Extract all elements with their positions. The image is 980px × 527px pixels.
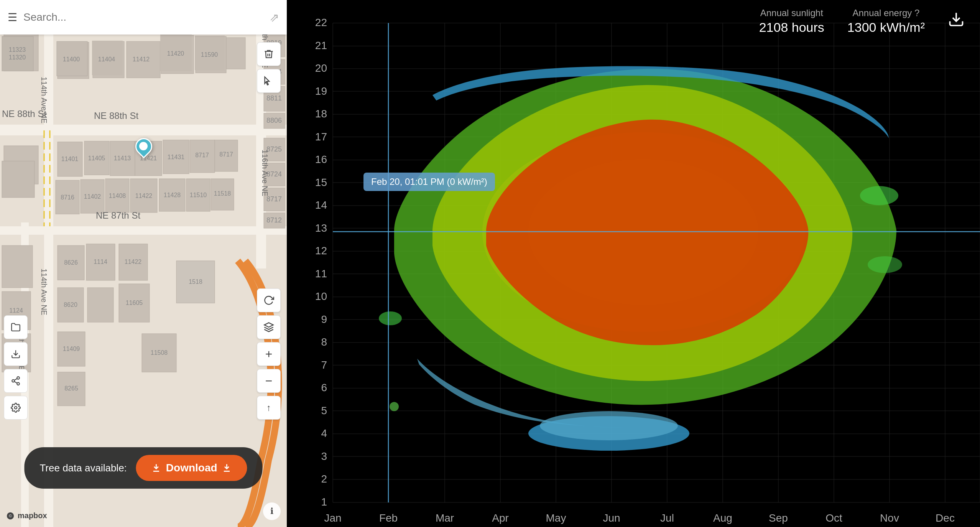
annual-energy-stat: Annual energy ? 1300 kWh/m² (847, 8, 925, 35)
svg-text:Apr: Apr (492, 512, 509, 524)
svg-text:8716: 8716 (61, 194, 74, 201)
svg-line-116 (14, 379, 17, 380)
svg-rect-2 (0, 226, 287, 235)
annual-energy-value: 1300 kWh/m² (847, 20, 925, 35)
share-button[interactable] (4, 369, 28, 393)
svg-text:11590: 11590 (201, 51, 218, 58)
svg-rect-1 (0, 125, 287, 135)
folder-button[interactable] (4, 315, 28, 339)
svg-text:12: 12 (315, 245, 327, 257)
svg-point-200 (390, 402, 399, 411)
mapbox-attribution: © mapbox (6, 511, 47, 520)
mapbox-logo: mapbox (18, 511, 47, 520)
svg-rect-18 (226, 38, 245, 69)
svg-text:11413: 11413 (114, 155, 131, 161)
svg-point-112 (17, 377, 20, 379)
svg-text:11510: 11510 (190, 192, 207, 198)
svg-text:5: 5 (321, 405, 327, 417)
annual-sunlight-label: Annual sunlight (759, 8, 824, 18)
svg-text:11409: 11409 (63, 346, 80, 352)
search-input[interactable] (23, 7, 263, 28)
svg-text:8811: 8811 (266, 94, 282, 102)
svg-text:1124: 1124 (9, 307, 23, 314)
svg-text:16: 16 (315, 153, 327, 165)
svg-text:May: May (546, 512, 566, 524)
svg-text:2: 2 (321, 473, 327, 485)
svg-text:1518: 1518 (189, 278, 202, 285)
svg-text:19: 19 (315, 85, 327, 97)
svg-text:11323: 11323 (9, 46, 26, 53)
svg-text:3: 3 (321, 450, 327, 462)
svg-text:11412: 11412 (133, 56, 150, 63)
svg-text:NE 87th St: NE 87th St (96, 210, 140, 221)
svg-text:Jul: Jul (660, 512, 674, 524)
compass-button[interactable]: ↑ (257, 396, 281, 420)
map-controls-top-right (257, 42, 281, 93)
svg-text:1114: 1114 (94, 259, 107, 265)
svg-marker-110 (264, 323, 273, 327)
svg-text:8806: 8806 (266, 117, 282, 124)
map-panel: 11323 11320 11400 11404 11412 11420 1159… (0, 0, 287, 527)
svg-text:17: 17 (315, 131, 327, 143)
svg-text:11400: 11400 (63, 56, 80, 63)
svg-text:8712: 8712 (266, 216, 282, 224)
settings-button[interactable] (4, 396, 28, 420)
annual-energy-label: Annual energy ? (847, 8, 925, 18)
svg-text:Oct: Oct (825, 512, 842, 524)
rotate-button[interactable] (257, 288, 281, 312)
svg-text:14: 14 (315, 199, 327, 211)
svg-point-199 (868, 256, 902, 273)
svg-text:11402: 11402 (84, 193, 101, 200)
trash-button[interactable] (257, 42, 281, 66)
zoom-in-button[interactable]: + (257, 342, 281, 366)
svg-text:11: 11 (315, 268, 327, 280)
chart-panel: Annual sunlight 2108 hours Annual energy… (287, 0, 980, 527)
svg-point-114 (17, 382, 20, 385)
download-bar: Tree data available: Download (24, 447, 262, 489)
svg-marker-109 (265, 77, 270, 85)
svg-text:Feb: Feb (379, 512, 398, 524)
download-button[interactable]: Download (136, 455, 247, 481)
select-tool-button[interactable] (257, 69, 281, 93)
svg-text:22: 22 (315, 16, 327, 28)
tree-data-text: Tree data available: (39, 462, 127, 474)
info-button[interactable]: ℹ (263, 502, 281, 520)
svg-text:NE 88th St: NE 88th St (94, 110, 138, 121)
svg-text:Mar: Mar (436, 512, 454, 524)
svg-rect-50 (2, 161, 35, 198)
svg-point-113 (12, 380, 15, 382)
annual-sunlight-stat: Annual sunlight 2108 hours (759, 8, 824, 35)
chart-download-button[interactable] (948, 11, 965, 31)
svg-rect-8 (2, 36, 33, 71)
svg-text:21: 21 (315, 40, 327, 51)
svg-text:Jun: Jun (603, 512, 620, 524)
navigation-icon[interactable]: ⇗ (270, 11, 279, 24)
svg-text:8717: 8717 (219, 151, 233, 158)
svg-text:11401: 11401 (61, 156, 79, 162)
svg-text:8265: 8265 (64, 385, 78, 392)
svg-text:Sep: Sep (769, 512, 788, 524)
svg-text:Jan: Jan (324, 512, 341, 524)
svg-text:11508: 11508 (151, 349, 168, 356)
svg-point-198 (860, 186, 898, 205)
svg-text:8717: 8717 (266, 195, 282, 203)
svg-line-115 (14, 382, 17, 383)
svg-text:8717: 8717 (195, 152, 209, 158)
map-controls-bottom-right: + − ↑ (257, 288, 281, 420)
svg-text:1: 1 (321, 496, 327, 508)
chart-header: Annual sunlight 2108 hours Annual energy… (759, 0, 980, 35)
chart-container[interactable]: 22 21 20 19 18 17 16 15 14 13 12 11 10 9… (287, 0, 980, 527)
svg-text:11404: 11404 (98, 56, 115, 63)
import-button[interactable] (4, 342, 28, 366)
zoom-out-button[interactable]: − (257, 369, 281, 393)
svg-rect-81 (87, 288, 113, 322)
svg-text:©: © (9, 513, 12, 518)
svg-text:114th Ave NE: 114th Ave NE (40, 268, 48, 315)
svg-text:11405: 11405 (88, 155, 105, 161)
svg-text:11422: 11422 (135, 193, 153, 199)
menu-icon[interactable]: ☰ (8, 11, 17, 24)
svg-text:8620: 8620 (64, 301, 77, 308)
svg-text:18: 18 (315, 108, 327, 120)
svg-point-197 (379, 311, 402, 325)
layers-button[interactable] (257, 315, 281, 339)
